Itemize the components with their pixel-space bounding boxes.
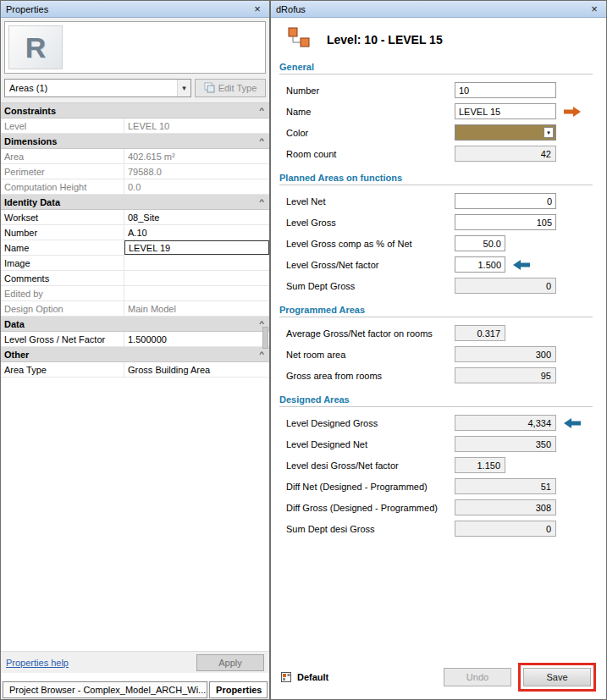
property-label: Workset (1, 210, 124, 224)
property-value[interactable] (124, 256, 269, 270)
color-swatch[interactable]: ▾ (455, 124, 556, 141)
section-label-programmed-areas: Programmed Areas (279, 305, 596, 315)
section-divider (279, 74, 593, 74)
property-value[interactable]: 1.500000 (124, 332, 269, 346)
property-value[interactable] (124, 286, 269, 300)
field-row-room-count: Room count 42 (286, 143, 596, 164)
property-label: Area Type (1, 362, 124, 377)
property-row-area-type: Area Type Gross Building Area (1, 362, 269, 378)
field-label: Diff Gross (Designed - Programmed) (286, 503, 455, 513)
dropdown-arrow-icon[interactable]: ▾ (544, 127, 554, 138)
collapse-chevron-icon[interactable]: ^ (259, 350, 264, 357)
net-room-area-readonly: 300 (455, 346, 556, 362)
level-gross-input[interactable] (455, 214, 556, 230)
properties-footer: Properties help Apply (1, 651, 269, 673)
section-header-data[interactable]: Data ^ (1, 317, 269, 332)
property-value[interactable]: A.10 (124, 225, 269, 240)
property-row-number: Number A.10 (1, 225, 269, 240)
scrollbar-thumb[interactable] (262, 327, 268, 349)
sum-dept-gross-readonly: 0 (455, 278, 556, 294)
properties-help-link[interactable]: Properties help (6, 658, 69, 668)
bottom-tab-bar: Project Browser - Complex_Model_ARCH_Wi.… (1, 681, 269, 699)
gross-net-factor-input[interactable] (455, 256, 505, 273)
field-label: Name (286, 107, 455, 117)
close-icon[interactable]: × (251, 3, 264, 16)
field-row-name: Name (286, 101, 596, 122)
collapse-chevron-icon[interactable]: ^ (259, 198, 264, 205)
edit-type-label: Edit Type (218, 83, 257, 93)
property-label: Image (1, 256, 124, 270)
tab-project-browser[interactable]: Project Browser - Complex_Model_ARCH_Wi.… (3, 681, 207, 698)
property-row-workset: Workset 08_Site (1, 210, 269, 225)
properties-titlebar: Properties × (1, 1, 269, 18)
property-value[interactable]: Main Model (124, 301, 269, 316)
property-label: Number (1, 225, 124, 240)
drofus-header: Level: 10 - LEVEL 15 (286, 26, 596, 53)
field-label: Diff Net (Designed - Programmed) (286, 482, 455, 492)
field-label: Sum Dept Gross (286, 281, 455, 291)
property-value[interactable]: Gross Building Area (124, 362, 269, 377)
level-net-input[interactable] (455, 193, 556, 209)
section-divider (279, 317, 593, 317)
close-icon[interactable]: × (588, 3, 601, 16)
type-selector-row: Areas (1) ▾ Edit Type (4, 79, 266, 97)
property-value[interactable]: 0.0 (124, 179, 269, 194)
section-title: Identity Data (4, 197, 60, 207)
properties-body: R Areas (1) ▾ Edit Type Constraints (1, 18, 269, 699)
drofus-level-title: Level: 10 - LEVEL 15 (327, 33, 443, 47)
field-row-gross-from-rooms: Gross area from rooms 95 (286, 365, 596, 386)
property-value[interactable]: 08_Site (124, 210, 269, 224)
property-row-name: Name LEVEL 19 (1, 240, 269, 256)
section-label-planned-areas: Planned Areas on functions (279, 173, 596, 183)
edit-type-button[interactable]: Edit Type (195, 79, 266, 97)
gross-from-rooms-readonly: 95 (455, 367, 556, 383)
apply-button[interactable]: Apply (196, 654, 264, 671)
sync-left-blue-arrow-icon (563, 417, 582, 429)
section-header-constraints[interactable]: Constraints ^ (1, 103, 269, 119)
property-label: Area (1, 149, 124, 163)
property-row-gross-net-factor: Level Gross / Net Factor 1.500000 (1, 332, 269, 347)
property-value-editing[interactable]: LEVEL 19 (124, 240, 269, 255)
properties-panel: Properties × R Areas (1) ▾ Edit Type (0, 0, 270, 700)
level-hierarchy-icon (286, 27, 312, 52)
room-count-readonly: 42 (455, 146, 556, 162)
field-label: Level Gross (286, 218, 455, 228)
field-label: Room count (286, 149, 455, 159)
field-label: Level Gross comp as % of Net (286, 239, 455, 249)
property-label: Level Gross / Net Factor (1, 332, 124, 346)
section-header-identity-data[interactable]: Identity Data ^ (1, 195, 269, 210)
section-label-designed-areas: Designed Areas (279, 394, 596, 405)
section-header-other[interactable]: Other ^ (1, 347, 269, 362)
level-designed-net-readonly: 350 (455, 436, 556, 452)
property-label: Design Option (1, 301, 124, 316)
number-input[interactable] (455, 82, 556, 98)
sync-right-orange-arrow-icon (563, 106, 582, 118)
type-selector-combobox[interactable]: Areas (1) ▾ (4, 79, 191, 97)
property-row-perimeter: Perimeter 79588.0 (1, 164, 269, 179)
edit-type-icon (204, 82, 215, 95)
default-icon (281, 670, 293, 684)
property-value[interactable]: LEVEL 10 (124, 119, 269, 133)
property-value[interactable]: 79588.0 (124, 164, 269, 179)
collapse-chevron-icon[interactable]: ^ (259, 107, 264, 113)
save-button[interactable]: Save (523, 668, 591, 686)
dropdown-arrow-icon[interactable]: ▾ (177, 80, 190, 96)
drofus-panel-title: dRofus (276, 4, 306, 14)
gross-comp-percent-input[interactable] (455, 235, 505, 251)
field-row-diff-gross: Diff Gross (Designed - Programmed) 308 (286, 497, 596, 518)
collapse-chevron-icon[interactable]: ^ (259, 137, 264, 144)
name-input[interactable] (455, 103, 556, 119)
property-value[interactable]: 402.615 m² (124, 149, 269, 163)
property-value[interactable] (124, 271, 269, 285)
field-row-desi-gross-net-factor: Level desi Gross/Net factor 1.150 (286, 455, 596, 476)
diff-gross-readonly: 308 (455, 499, 556, 515)
section-header-dimensions[interactable]: Dimensions ^ (1, 134, 269, 149)
section-title: Dimensions (4, 136, 57, 146)
field-label: Level Designed Net (286, 439, 455, 449)
desi-gross-net-factor-readonly: 1.150 (455, 457, 505, 473)
default-button[interactable]: Default (281, 670, 328, 684)
tab-properties[interactable]: Properties (209, 681, 268, 698)
field-row-level-designed-net: Level Designed Net 350 (286, 433, 596, 455)
field-row-net-room-area: Net room area 300 (286, 344, 596, 365)
undo-button[interactable]: Undo (444, 668, 511, 686)
